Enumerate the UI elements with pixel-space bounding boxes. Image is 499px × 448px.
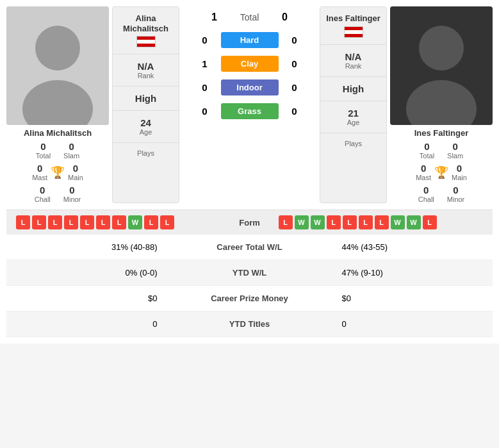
table-row: 31% (40-88)Career Total W/L44% (43-55)	[6, 235, 493, 260]
right-name-block: Ines Faltinger	[320, 7, 386, 45]
right-minor-value: 0	[453, 185, 458, 195]
indoor-left-score: 0	[195, 82, 215, 93]
right-plays-label: Plays	[345, 140, 362, 147]
left-plays-block: Plays	[113, 143, 179, 163]
right-age-value: 21	[348, 108, 359, 119]
left-chall-stat: 0 Chall	[35, 185, 51, 203]
stat-right-value: 44% (43-55)	[332, 235, 493, 260]
right-mast-value: 0	[421, 163, 426, 174]
form-badge: L	[160, 215, 174, 229]
form-badge: L	[144, 215, 158, 229]
left-chall-label: Chall	[35, 195, 51, 203]
form-badge: W	[295, 215, 309, 229]
form-badge: L	[96, 215, 110, 229]
right-main-value: 0	[457, 163, 462, 174]
left-rank-label: Rank	[138, 72, 154, 79]
left-form-badges: LLLLLLLWLL	[16, 215, 221, 229]
form-badge: W	[391, 215, 405, 229]
form-badge: L	[112, 215, 126, 229]
grass-row: 0 Grass 0	[183, 99, 316, 123]
right-player-name: Ines Faltinger	[414, 128, 469, 138]
right-total-score: 0	[275, 12, 295, 23]
hard-badge: Hard	[221, 32, 279, 48]
right-avatar	[390, 6, 493, 125]
right-minor-stat: 0 Minor	[447, 185, 465, 203]
right-form-badges: LWWLLLLWWL	[279, 215, 484, 229]
indoor-right-score: 0	[285, 82, 304, 93]
indoor-row: 0 Indoor 0	[183, 76, 316, 99]
stat-center-label: YTD W/L	[167, 260, 332, 286]
right-flag	[344, 26, 363, 38]
table-row: 0YTD Titles0	[6, 311, 493, 337]
right-age-label: Age	[347, 119, 360, 126]
right-stats-row1: 0 Total 0 Slam	[420, 141, 463, 160]
form-badge: L	[48, 215, 62, 229]
right-level-value: High	[343, 83, 364, 94]
table-row: 0% (0-0)YTD W/L47% (9-10)	[6, 260, 493, 286]
right-player-avatar-col: Ines Faltinger 0 Total 0 Slam 0 Mast 🏆	[390, 6, 493, 203]
left-flag	[136, 36, 156, 47]
table-row: $0Career Prize Money$0	[6, 286, 493, 311]
left-slam-label: Slam	[63, 152, 79, 160]
total-label: Total	[231, 12, 269, 22]
left-rank-value: N/A	[138, 61, 154, 72]
left-minor-value: 0	[69, 185, 74, 195]
form-section: LLLLLLLWLL Form LWWLLLLWWL	[6, 210, 493, 235]
form-label: Form	[224, 218, 275, 228]
right-minor-label: Minor	[447, 195, 465, 203]
stat-left-value: 0% (0-0)	[6, 260, 167, 286]
right-total-stat: 0 Total	[420, 141, 434, 160]
left-total-value: 0	[40, 141, 45, 152]
right-header-name: Ines Faltinger	[326, 13, 380, 24]
clay-row: 1 Clay 0	[183, 52, 316, 76]
right-chall-stat: 0 Chall	[418, 185, 434, 203]
form-badge: L	[64, 215, 78, 229]
left-stats-panel: Alina Michalitsch N/A Rank High 24 Age P…	[112, 6, 179, 203]
form-badge: L	[32, 215, 46, 229]
right-plays-block: Plays	[320, 133, 386, 154]
left-minor-stat: 0 Minor	[63, 185, 81, 203]
form-badge: L	[343, 215, 357, 229]
clay-right-score: 0	[285, 58, 304, 69]
right-main-label: Main	[452, 174, 467, 181]
right-stats-panel: Ines Faltinger N/A Rank High 21 Age Play…	[320, 6, 387, 203]
hard-right-score: 0	[285, 35, 304, 46]
form-badge: W	[311, 215, 325, 229]
left-plays-label: Plays	[137, 149, 154, 157]
left-name-block: Alina Michalitsch	[113, 7, 179, 54]
form-badge: L	[423, 215, 437, 229]
left-main-value: 0	[73, 163, 78, 174]
clay-left-score: 1	[195, 58, 215, 69]
right-rank-value: N/A	[345, 51, 362, 62]
right-main-stat: 0 Main	[452, 163, 467, 181]
center-surfaces-col: 1 Total 0 0 Hard 0 1 Clay 0 0 Indoor 0	[183, 6, 316, 203]
svg-point-1	[35, 26, 80, 71]
form-badge: L	[279, 215, 293, 229]
left-stats-row1: 0 Total 0 Slam	[36, 141, 79, 160]
right-level-block: High	[320, 77, 386, 101]
form-badge: W	[128, 215, 142, 229]
svg-point-4	[419, 26, 464, 71]
left-total-stat: 0 Total	[36, 141, 51, 160]
top-row: Alina Michalitsch 0 Total 0 Slam 0 Mast …	[6, 6, 493, 203]
left-mast-value: 0	[37, 163, 42, 174]
left-player-name: Alina Michalitsch	[24, 128, 92, 138]
stat-right-value: 47% (9-10)	[332, 260, 493, 286]
left-main-stat: 0 Main	[68, 163, 83, 181]
grass-right-score: 0	[285, 106, 304, 117]
form-badge: L	[375, 215, 389, 229]
hard-row: 0 Hard 0	[183, 28, 316, 52]
right-slam-label: Slam	[447, 152, 463, 160]
form-badge: L	[327, 215, 341, 229]
stat-center-label: Career Prize Money	[167, 286, 332, 311]
right-mast-label: Mast	[416, 174, 431, 181]
right-rank-label: Rank	[345, 62, 362, 70]
right-chall-label: Chall	[418, 195, 434, 203]
right-age-block: 21 Age	[320, 101, 386, 133]
right-slam-stat: 0 Slam	[447, 141, 463, 160]
left-age-value: 24	[140, 117, 151, 128]
left-avatar	[6, 6, 109, 125]
stat-left-value: 31% (40-88)	[6, 235, 167, 260]
right-mast-stat: 0 Mast	[416, 163, 431, 181]
right-chall-value: 0	[423, 185, 429, 195]
